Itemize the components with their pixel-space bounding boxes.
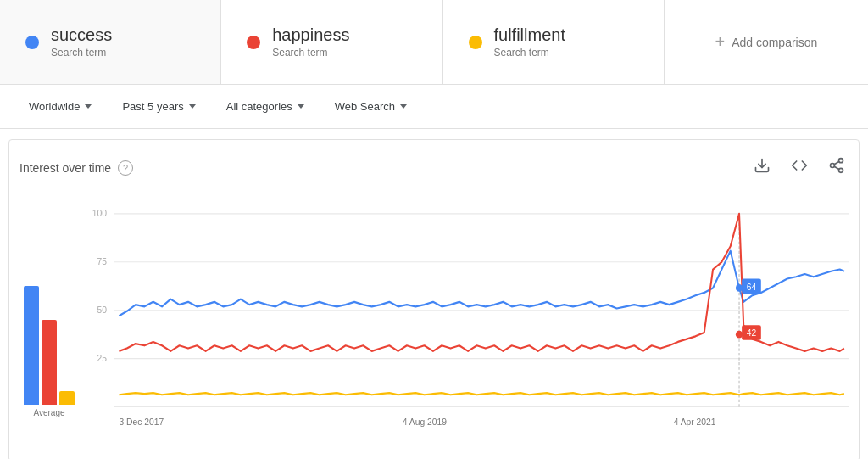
filter-bar: Worldwide Past 5 years All categories We… [0,85,868,129]
code-icon[interactable] [787,154,811,182]
svg-text:4 Aug 2019: 4 Aug 2019 [403,417,447,427]
filter-category-label: All categories [226,100,292,113]
tooltip-value-happiness: 42 [747,327,757,338]
chevron-down-icon [400,104,407,109]
add-comparison-button[interactable]: + Add comparison [665,0,868,84]
svg-text:100: 100 [92,208,107,218]
filter-category[interactable]: All categories [214,93,316,120]
term-success[interactable]: success Search term [0,0,221,84]
interest-over-time-section: Interest over time ? Average [8,139,860,459]
chart-title: Interest over time [19,161,111,175]
term-success-label: success [51,25,112,45]
download-icon[interactable] [750,154,774,182]
chart-actions [750,154,849,182]
help-icon[interactable]: ? [118,160,133,176]
filter-region-label: Worldwide [29,100,80,113]
filter-region[interactable]: Worldwide [17,93,103,120]
fulfillment-line [119,393,843,395]
filter-search-type-label: Web Search [335,100,395,113]
avg-bar-success [24,286,39,405]
success-line [119,251,843,316]
chevron-down-icon [189,104,196,109]
svg-text:4 Apr 2021: 4 Apr 2021 [674,417,716,427]
term-fulfillment-type: Search term [494,47,565,59]
chart-header: Interest over time ? [19,154,849,182]
term-happiness-type: Search term [272,47,349,59]
line-chart-svg: 100 75 50 25 3 Dec 2017 4 Aug 2019 4 Apr… [79,195,849,441]
filter-search-type[interactable]: Web Search [323,93,419,120]
share-icon[interactable] [825,154,849,182]
svg-text:75: 75 [97,256,108,266]
term-fulfillment-label: fulfillment [494,25,565,45]
avg-bar-happiness [42,320,57,405]
svg-line-5 [834,161,839,164]
add-comparison-label: Add comparison [732,36,817,49]
filter-time-label: Past 5 years [122,100,183,113]
term-happiness[interactable]: happiness Search term [221,0,442,84]
term-success-dot [25,36,39,49]
term-success-type: Search term [51,47,112,59]
term-fulfillment-dot [469,36,482,49]
avg-label: Average [19,408,79,417]
avg-bar-fulfillment [59,391,75,405]
svg-text:3 Dec 2017: 3 Dec 2017 [119,417,164,427]
tooltip-dot-success [736,284,743,292]
chevron-down-icon [298,104,304,109]
tooltip-value-success: 64 [747,281,757,291]
tooltip-dot-happiness [736,331,743,339]
term-happiness-label: happiness [272,25,349,45]
svg-text:50: 50 [97,305,108,315]
plus-icon: + [715,32,725,52]
svg-line-4 [834,166,839,169]
term-happiness-dot [247,36,260,49]
chart-area: Average 100 75 50 25 3 Dec 2017 4 Aug 20… [19,195,849,441]
happiness-line [119,214,843,351]
filter-time[interactable]: Past 5 years [110,93,207,120]
line-chart-wrapper: 100 75 50 25 3 Dec 2017 4 Aug 2019 4 Apr… [79,195,849,441]
chevron-down-icon [85,104,92,109]
term-fulfillment[interactable]: fulfillment Search term [443,0,665,84]
search-terms-bar: success Search term happiness Search ter… [0,0,868,85]
svg-text:25: 25 [97,353,108,363]
